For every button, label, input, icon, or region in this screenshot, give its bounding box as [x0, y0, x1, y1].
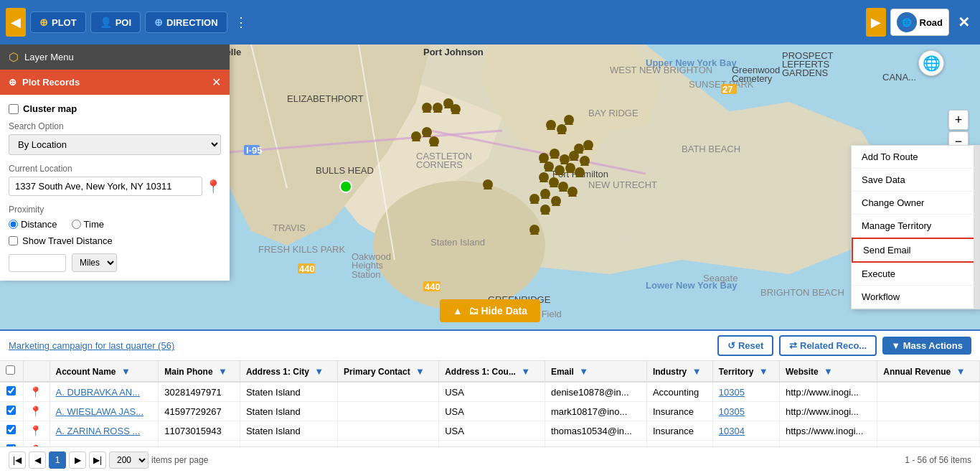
location-input-row: 📍 — [9, 177, 221, 196]
manage-territory-item[interactable]: Manage Territory — [852, 215, 979, 238]
globe-button[interactable]: 🌐 — [918, 50, 944, 76]
show-travel-row: Show Travel Distance — [9, 235, 221, 246]
layer-icon: ⬡ — [9, 50, 19, 64]
time-radio-label: Time — [72, 219, 104, 230]
reset-button[interactable]: ↺ Reset — [717, 335, 773, 356]
col-address-city: Address 1: City ▼ — [240, 361, 337, 382]
row-industry: Insurance — [646, 402, 712, 421]
row-annual-revenue — [877, 402, 980, 421]
prev-page-button[interactable]: ◀ — [29, 451, 46, 469]
data-panel: Marketing campaign for last quarter (56)… — [0, 329, 980, 473]
more-options-button[interactable]: ⋮ — [232, 14, 250, 30]
close-button[interactable]: ✕ — [953, 14, 974, 31]
svg-text:TRAVIS: TRAVIS — [273, 223, 306, 233]
territory-filter-icon[interactable]: ▼ — [759, 366, 768, 377]
row-icon-cell: 📍 — [23, 421, 50, 441]
table-container: Account Name ▼ Main Phone ▼ Address 1: C… — [0, 361, 980, 446]
row-marker-icon: 📍 — [29, 386, 42, 398]
main-area: Upper New York Bay Lower New York Bay CA… — [0, 45, 980, 473]
expand-right-arrow[interactable]: ▶ — [866, 8, 886, 37]
location-input[interactable] — [9, 177, 202, 196]
mass-actions-button[interactable]: ▼ Mass Actions — [882, 337, 971, 355]
page-1-button[interactable]: 1 — [49, 451, 66, 469]
last-page-button[interactable]: ▶| — [89, 451, 106, 469]
main-phone-filter-icon[interactable]: ▼ — [218, 366, 227, 377]
row-address-country: USA — [439, 402, 545, 421]
plot-button[interactable]: ⊕ PLOT — [30, 11, 86, 33]
cluster-map-row: Cluster map — [9, 103, 221, 114]
poi-button[interactable]: 👤 POI — [90, 11, 141, 33]
dropdown-scrollbar[interactable] — [974, 146, 979, 309]
close-plot-records-button[interactable]: ✕ — [212, 75, 221, 89]
plot-records-icon: ⊕ — [9, 77, 17, 88]
next-page-button[interactable]: ▶ — [69, 451, 86, 469]
distance-radio[interactable] — [9, 220, 18, 229]
save-data-item[interactable]: Save Data — [852, 169, 979, 192]
direction-button[interactable]: ⊕ DIRECTION — [145, 11, 227, 33]
row-address-country: USA — [439, 421, 545, 441]
svg-text:440: 440 — [299, 263, 315, 274]
row-website: https://www.inogi... — [779, 441, 877, 447]
select-all-checkbox[interactable] — [6, 365, 15, 375]
show-travel-checkbox[interactable] — [9, 236, 18, 245]
miles-unit-select[interactable]: Miles — [72, 253, 117, 272]
hide-data-button[interactable]: ▲ 🗂 Hide Data — [440, 299, 540, 322]
row-checkbox-cell — [0, 402, 23, 421]
revenue-filter-icon[interactable]: ▼ — [956, 366, 966, 377]
map-container[interactable]: Upper New York Bay Lower New York Bay CA… — [0, 45, 980, 329]
row-address-city: Staten Island — [240, 382, 337, 402]
account-name-filter-icon[interactable]: ▼ — [121, 366, 131, 377]
miles-row: Miles — [9, 253, 221, 272]
svg-text:I-95: I-95 — [246, 145, 262, 156]
send-email-item[interactable]: Send Email — [852, 238, 979, 263]
related-records-button[interactable]: ⇄ Related Reco... — [779, 335, 877, 356]
svg-text:Station: Station — [352, 269, 380, 280]
industry-filter-icon[interactable]: ▼ — [692, 366, 702, 377]
per-page-select[interactable]: 200 — [109, 451, 149, 469]
email-filter-icon[interactable]: ▼ — [579, 366, 588, 377]
zoom-in-button[interactable]: + — [948, 110, 969, 130]
collapse-left-arrow[interactable]: ◀ — [6, 8, 26, 37]
row-main-phone: 30281497971 — [159, 382, 240, 402]
execute-item[interactable]: Execute — [852, 263, 979, 286]
miles-input[interactable] — [9, 254, 66, 272]
row-checkbox-2[interactable] — [6, 425, 16, 434]
website-filter-icon[interactable]: ▼ — [824, 366, 833, 377]
svg-text:Staten Island: Staten Island — [430, 237, 485, 248]
cluster-map-label: Cluster map — [23, 103, 77, 114]
row-main-phone: 20663518415 — [159, 441, 240, 447]
row-main-phone: 11073015943 — [159, 421, 240, 441]
change-owner-item[interactable]: Change Owner — [852, 192, 979, 215]
row-checkbox-1[interactable] — [6, 406, 16, 415]
row-address-city: Staten Island — [240, 402, 337, 421]
road-icon: 🌐 — [897, 12, 917, 32]
first-page-button[interactable]: |◀ — [9, 451, 26, 469]
svg-text:27: 27 — [722, 84, 732, 95]
svg-text:FRESH KILLS PARK: FRESH KILLS PARK — [258, 244, 345, 255]
current-location-label: Current Location — [9, 164, 221, 174]
row-territory: 10305 — [712, 402, 779, 421]
search-option-select[interactable]: By Location — [9, 134, 221, 155]
row-industry: Accounting — [646, 441, 712, 447]
row-account-name: C. DOMINIC CAR... — [50, 441, 159, 447]
data-panel-header: Marketing campaign for last quarter (56)… — [0, 331, 980, 361]
workflow-item[interactable]: Workflow — [852, 286, 979, 309]
city-filter-icon[interactable]: ▼ — [314, 366, 324, 377]
row-checkbox-cell — [0, 382, 23, 402]
row-website: http://www.inogi... — [779, 382, 877, 402]
row-territory: 10305 — [712, 382, 779, 402]
row-website: https://www.inogi... — [779, 421, 877, 441]
cluster-map-checkbox[interactable] — [9, 104, 19, 114]
contact-filter-icon[interactable]: ▼ — [415, 366, 425, 377]
campaign-link[interactable]: Marketing campaign for last quarter (56) — [9, 340, 174, 351]
time-radio[interactable] — [72, 220, 81, 229]
road-button[interactable]: 🌐 Road — [890, 9, 950, 36]
country-filter-icon[interactable]: ▼ — [521, 366, 530, 377]
svg-text:BRIGHTON BEACH: BRIGHTON BEACH — [760, 287, 844, 298]
row-account-name: A. ZARINA ROSS ... — [50, 421, 159, 441]
row-checkbox-0[interactable] — [6, 386, 16, 395]
dropdown-menu: Add To Route Save Data Change Owner Mana… — [851, 145, 980, 309]
add-to-route-item[interactable]: Add To Route — [852, 146, 979, 169]
table-body: 📍 A. DUBRAVKA AN... 30281497971 Staten I… — [0, 382, 980, 446]
row-icon-cell: 📍 — [23, 441, 50, 447]
